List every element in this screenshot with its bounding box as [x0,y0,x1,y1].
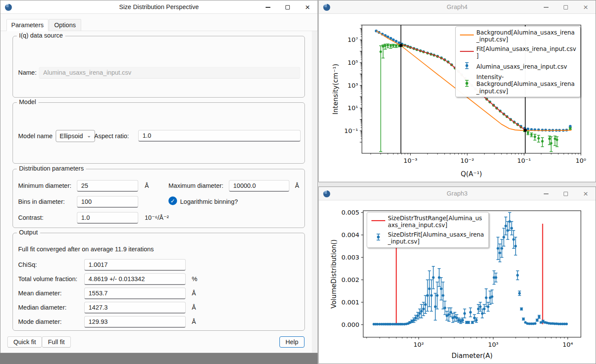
legend-item-label: Fit[Alumina_usaxs_irena_input.csv] [476,45,577,60]
legend-item-label: SizeDistrTrustRange[Alumina_usaxs_irena_… [388,215,485,229]
minimize-icon[interactable] [536,0,556,14]
model-name-label: Model name [18,133,53,139]
graph3-legend: SizeDistrTrustRange[Alumina_usaxs_irena_… [367,212,489,248]
svg-text:10³: 10³ [348,82,358,89]
chisq-field[interactable]: 1.0017 [84,259,186,271]
close-icon[interactable]: × [298,0,317,14]
svg-text:10¹: 10¹ [348,104,358,111]
contrast-label: Contrast: [18,214,44,221]
mean-diameter-label: Mean diameter: [18,290,62,297]
legend-item-label: Background[Alumina_usaxs_irena_input.csv… [476,29,577,43]
svg-text:VolumeDistribution(): VolumeDistribution() [330,239,338,308]
full-fit-button[interactable]: Full fit [42,336,71,348]
maximize-icon[interactable] [556,187,576,200]
close-icon[interactable]: × [576,0,596,14]
maximize-icon[interactable] [278,0,298,14]
model-group-legend: Model [17,98,38,105]
max-diameter-field[interactable]: 10000.0 [229,180,289,192]
svg-text:10³: 10³ [488,341,498,348]
size-distribution-window: Size Distribution Perspective × Paramete… [0,0,318,353]
svg-text:10⁵: 10⁵ [348,59,358,66]
tab-parameters[interactable]: Parameters [6,19,48,31]
max-diameter-unit: Å [295,182,299,189]
svg-text:10⁴: 10⁴ [562,341,573,348]
minimize-icon[interactable] [536,187,556,200]
graph4-legend: Background[Alumina_usaxs_irena_input.csv… [455,26,580,97]
svg-text:10²: 10² [413,341,424,348]
maximize-icon[interactable] [556,0,576,14]
fit-status-text: Full fit converged after on average 11.9… [18,246,154,253]
svg-text:0.001: 0.001 [341,299,359,306]
bins-label: Bins in diameter: [18,198,65,205]
mean-diameter-field[interactable]: 1553.7 [84,288,186,299]
contrast-field[interactable]: 1.0 [77,212,138,224]
legend-marker-icon [371,217,386,226]
quick-fit-button[interactable]: Quick fit [7,336,42,348]
mode-diameter-label: Mode diameter: [18,318,62,325]
chevron-down-icon: ⌄ [87,130,91,141]
minimize-icon[interactable] [258,0,278,14]
scrollbar-gutter [312,31,317,353]
iq-data-source-group: I(q) data source Name: Alumina_usaxs_ire… [13,36,305,98]
min-diameter-unit: Å [145,182,149,189]
svg-text:0.000: 0.000 [341,321,359,328]
tab-options[interactable]: Options [49,19,81,31]
svg-text:10⁻¹: 10⁻¹ [517,157,531,164]
output-group-legend: Output [17,229,40,236]
legend-marker-icon [459,32,475,40]
legend-item-label: SizeDistrFit[Alumina_usaxs_irena_input.c… [388,231,485,245]
name-label: Name: [18,69,37,76]
desktop: Size Distribution Perspective × Paramete… [0,0,596,364]
graph4-window: Graph4 × 10⁻³10⁻²10⁻¹10⁰10⁻¹10¹10³10⁵10⁷… [318,0,596,182]
svg-text:0.002: 0.002 [341,276,359,283]
model-group: Model Model name Ellipsoid ⌄ Aspect rati… [13,102,305,164]
data-name-field[interactable]: Alumina_usaxs_irena_input.csv [39,67,300,79]
svg-text:10⁰: 10⁰ [576,157,586,164]
legend-marker-icon [371,233,386,243]
mode-diameter-unit: Å [192,318,196,325]
contrast-unit: 10⁻⁶/Å⁻² [145,214,169,221]
output-group: Output Full fit converged after on avera… [13,233,305,331]
svg-text:Intensity(cm⁻¹): Intensity(cm⁻¹) [332,64,339,115]
median-diameter-unit: Å [192,304,196,311]
svg-text:Q(A⁻¹): Q(A⁻¹) [461,170,482,178]
help-button[interactable]: Help [279,336,304,348]
median-diameter-field[interactable]: 1427.3 [84,302,186,313]
distribution-parameters-group: Distribution parameters Minimum diameter… [13,169,305,228]
total-volume-fraction-unit: % [192,275,197,282]
bins-field[interactable]: 100 [77,196,138,208]
aspect-ratio-field[interactable]: 1.0 [138,130,301,142]
aspect-ratio-label: Aspect ratio: [94,133,129,139]
graph3-window: Graph3 × 10²10³10⁴0.0000.0010.0020.0030.… [318,187,596,364]
legend-item-label: Alumina_usaxs_irena_input.csv [476,63,577,70]
svg-text:10⁻³: 10⁻³ [403,157,417,164]
svg-text:0.005: 0.005 [341,209,359,216]
distribution-group-legend: Distribution parameters [17,165,86,172]
legend-marker-icon [459,62,475,71]
chisq-label: ChiSq: [18,261,37,268]
total-volume-fraction-label: Total volume fraction: [18,275,77,282]
iq-group-legend: I(q) data source [17,32,65,39]
model-name-value: Ellipsoid [60,130,83,142]
legend-item-label: Intensity-Background[Alumina_usaxs_irena… [476,73,577,95]
graph3-titlebar[interactable]: Graph3 × [319,187,596,200]
left-titlebar[interactable]: Size Distribution Perspective × [0,0,317,14]
model-name-dropdown[interactable]: Ellipsoid ⌄ [56,130,95,142]
log-binning-checkbox[interactable]: ✓ [168,196,177,205]
log-binning-label: Logarithmic binning? [180,198,238,205]
total-volume-fraction-field[interactable]: 4.8619 +/- 0.013342 [84,273,186,285]
mean-diameter-unit: Å [192,290,196,297]
max-diameter-label: Maximum diameter: [168,182,223,189]
svg-text:10⁻¹: 10⁻¹ [344,127,358,134]
graph4-titlebar[interactable]: Graph4 × [319,0,596,14]
median-diameter-label: Median diameter: [18,304,67,311]
mode-diameter-field[interactable]: 129.93 [84,316,186,328]
legend-marker-icon [459,79,475,89]
close-icon[interactable]: × [576,187,596,200]
min-diameter-field[interactable]: 25 [77,180,138,192]
min-diameter-label: Minimum diameter: [18,182,71,189]
svg-text:Diameter(A): Diameter(A) [451,352,492,360]
legend-marker-icon [459,48,475,57]
svg-text:0.003: 0.003 [341,254,359,261]
svg-text:0.004: 0.004 [341,231,359,238]
